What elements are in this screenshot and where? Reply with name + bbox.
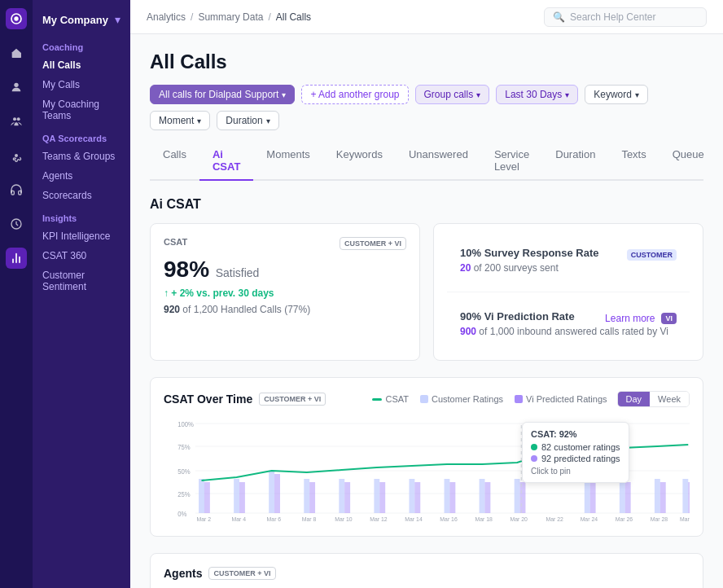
filter-date-btn[interactable]: Last 30 Days ▾ <box>496 85 578 104</box>
insights-section-label: Insights <box>33 205 130 226</box>
agents-table-section: Agents CUSTOMER + VI AGENTS ⇅ CSAT ⇅ % C… <box>150 553 703 588</box>
legend-vi-ratings: Vi Predicted Ratings <box>515 394 607 404</box>
filter-moment-btn[interactable]: Moment ▾ <box>150 111 210 130</box>
tab-ai-csat[interactable]: Ai CSAT <box>199 142 253 181</box>
filter-calls-type-btn[interactable]: Group calls ▾ <box>415 85 490 104</box>
sidebar-item-coaching-teams[interactable]: My Coaching Teams <box>33 94 130 125</box>
sidebar-item-agents[interactable]: Agents <box>33 166 130 186</box>
person-icon[interactable] <box>6 77 27 98</box>
sidebar-item-all-calls[interactable]: All Calls <box>33 55 130 75</box>
filter-keyword-btn[interactable]: Keyword ▾ <box>585 85 648 104</box>
filter-duration-btn[interactable]: Duration ▾ <box>217 111 278 130</box>
legend-csat-label: CSAT <box>385 394 409 404</box>
legend-csat-dot <box>372 398 382 401</box>
tab-moments[interactable]: Moments <box>253 142 322 181</box>
sidebar-item-customer-sentiment[interactable]: Customer Sentiment <box>33 265 130 296</box>
svg-text:0%: 0% <box>177 509 187 518</box>
svg-rect-26 <box>515 479 520 513</box>
sidebar-item-kpi[interactable]: KPI Intelligence <box>33 226 130 246</box>
svg-text:100%: 100% <box>177 419 194 428</box>
svg-text:Mar 20: Mar 20 <box>510 515 527 523</box>
csat-cards-row: CSAT CUSTOMER + VI 98% Satisfied ↑ + 2% … <box>150 223 703 361</box>
filter-calls-arrow: ▾ <box>476 90 480 99</box>
csat-label: CSAT <box>164 237 187 247</box>
chart-header: CSAT Over Time CUSTOMER + VI CSAT Custom… <box>164 391 690 407</box>
agents-title: Agents <box>164 567 202 580</box>
vi-title: 90% Vi Prediction Rate <box>460 310 575 323</box>
survey-sub: 20 of 200 surveys sent <box>460 262 677 274</box>
sidebar-icon-rail <box>0 0 33 588</box>
breadcrumb-analytics[interactable]: Analytics <box>147 11 186 23</box>
tab-service-level[interactable]: Service Level <box>481 142 542 181</box>
tooltip-predicted-ratings: 92 predicted ratings <box>541 454 620 463</box>
breadcrumb-sep-2: / <box>268 11 270 23</box>
add-group-label: + Add another group <box>310 89 399 100</box>
chart-tooltip: CSAT: 92% 82 customer ratings 92 predict… <box>522 422 629 483</box>
tooltip-pin-link[interactable]: Click to pin <box>531 467 620 476</box>
filter-bar: All calls for Dialpad Support ▾ + Add an… <box>150 85 703 130</box>
clock-icon[interactable] <box>6 213 27 235</box>
legend-customer-label: Customer Ratings <box>432 394 503 404</box>
logo-icon[interactable] <box>6 8 27 29</box>
svg-rect-20 <box>304 479 309 513</box>
tab-texts[interactable]: Texts <box>608 142 659 181</box>
company-dropdown-icon[interactable]: ▾ <box>115 13 120 26</box>
csat-over-time-chart: CSAT Over Time CUSTOMER + VI CSAT Custom… <box>150 377 703 537</box>
svg-text:50%: 50% <box>177 467 191 476</box>
chart-icon[interactable] <box>6 248 27 269</box>
filter-group-btn[interactable]: All calls for Dialpad Support ▾ <box>150 85 295 104</box>
csat-side-card: 10% Survey Response Rate CUSTOMER 20 of … <box>433 223 703 361</box>
tab-calls[interactable]: Calls <box>150 142 199 181</box>
svg-rect-30 <box>682 479 688 513</box>
search-bar[interactable]: 🔍 Search Help Center <box>544 7 707 27</box>
svg-rect-19 <box>269 471 274 513</box>
learn-more-link[interactable]: Learn more <box>605 313 655 324</box>
tab-unanswered[interactable]: Unanswered <box>396 142 481 181</box>
svg-text:Mar 24: Mar 24 <box>581 515 598 523</box>
filter-moment-arrow: ▾ <box>197 116 201 125</box>
legend-customer-dot <box>420 395 428 403</box>
csat-main-badge: CUSTOMER + VI <box>340 237 406 250</box>
legend-csat: CSAT <box>372 394 409 404</box>
tooltip-customer-ratings: 82 customer ratings <box>541 442 620 452</box>
csat-value: 98% <box>164 257 209 282</box>
sidebar-item-my-calls[interactable]: My Calls <box>33 75 130 94</box>
tab-queue[interactable]: Queue <box>659 142 717 181</box>
headset-icon[interactable] <box>6 179 27 200</box>
svg-point-1 <box>14 16 18 20</box>
tab-keywords[interactable]: Keywords <box>323 142 396 181</box>
svg-rect-36 <box>379 482 385 513</box>
team-icon[interactable] <box>6 111 27 132</box>
home-icon[interactable] <box>6 42 27 64</box>
toggle-day-btn[interactable]: Day <box>618 392 651 406</box>
agents-table-header: Agents CUSTOMER + VI <box>164 567 690 580</box>
sidebar-item-teams-groups[interactable]: Teams & Groups <box>33 147 130 166</box>
svg-rect-38 <box>449 482 455 513</box>
csat-main-card: CSAT CUSTOMER + VI 98% Satisfied ↑ + 2% … <box>150 223 420 361</box>
breadcrumb: Analytics / Summary Data / All Calls <box>147 11 311 23</box>
main-content: Analytics / Summary Data / All Calls 🔍 S… <box>130 0 723 588</box>
sidebar-item-scorecards[interactable]: Scorecards <box>33 186 130 205</box>
add-group-btn[interactable]: + Add another group <box>301 85 408 104</box>
toggle-week-btn[interactable]: Week <box>650 392 689 406</box>
sidebar-item-csat360[interactable]: CSAT 360 <box>33 246 130 265</box>
settings-icon[interactable] <box>6 145 27 166</box>
filter-group-arrow: ▾ <box>282 90 286 99</box>
sidebar-nav: My Company ▾ Coaching All Calls My Calls… <box>33 0 130 588</box>
svg-text:Mar 14: Mar 14 <box>405 515 422 523</box>
svg-point-2 <box>14 83 18 87</box>
legend-customer-ratings: Customer Ratings <box>420 394 503 404</box>
filter-duration-arrow: ▾ <box>266 116 270 125</box>
tab-agent-status[interactable]: Agent Status <box>717 142 723 181</box>
svg-text:Mar 12: Mar 12 <box>370 515 387 523</box>
svg-rect-27 <box>585 479 590 513</box>
chart-legend: CSAT Customer Ratings Vi Predicted Ratin… <box>372 394 607 404</box>
agents-badge: CUSTOMER + VI <box>208 567 275 580</box>
breadcrumb-summary-data[interactable]: Summary Data <box>198 11 263 23</box>
svg-rect-29 <box>655 479 660 513</box>
tab-duration[interactable]: Duration <box>542 142 608 181</box>
svg-rect-25 <box>480 479 485 513</box>
svg-rect-24 <box>445 479 450 513</box>
svg-text:Mar 22: Mar 22 <box>546 515 563 523</box>
filter-moment-label: Moment <box>159 115 194 126</box>
